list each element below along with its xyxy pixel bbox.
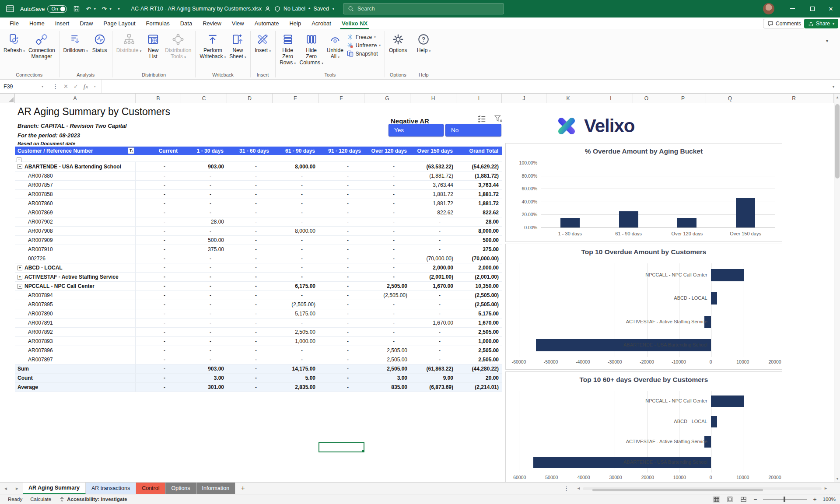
restore-button[interactable]: [803, 0, 822, 18]
accessibility-status[interactable]: Accessibility: Investigate: [59, 497, 127, 502]
zoom-slider-thumb[interactable]: [784, 497, 785, 502]
value-cell[interactable]: -: [227, 282, 273, 290]
sensitivity-shield-icon[interactable]: [274, 6, 280, 12]
ribbon-tab-help[interactable]: Help: [284, 18, 306, 29]
kebab-icon[interactable]: ⋮: [52, 83, 58, 90]
active-cell-F39[interactable]: [318, 442, 364, 452]
table-row[interactable]: −NPCCALL - NPC Call Center---6,175.00-2,…: [15, 282, 502, 291]
horizontal-scroll-thumb[interactable]: [592, 489, 763, 491]
ribbon-tab-review[interactable]: Review: [197, 18, 227, 29]
value-cell[interactable]: (2,001.00): [456, 273, 502, 281]
unhide-all-button[interactable]: UnhideAll ▾: [325, 31, 345, 61]
value-cell[interactable]: -: [273, 208, 318, 217]
value-cell[interactable]: -: [318, 300, 364, 309]
value-cell[interactable]: -: [227, 355, 273, 364]
value-cell[interactable]: -: [227, 181, 273, 189]
value-cell[interactable]: -: [364, 328, 410, 336]
sheet-tab-options[interactable]: Options: [165, 483, 196, 494]
sort-filter-button[interactable]: [128, 147, 134, 154]
value-cell[interactable]: -: [364, 199, 410, 208]
chart--overdue-amount-by-aging-bucket[interactable]: % Overdue Amount by Aging Bucket0.00%20.…: [505, 143, 782, 242]
value-cell[interactable]: 1,881.72: [410, 190, 456, 199]
value-cell[interactable]: -: [181, 300, 227, 309]
value-cell[interactable]: -: [227, 273, 273, 281]
bar-1---30-days[interactable]: [560, 218, 580, 228]
value-cell[interactable]: -: [227, 374, 273, 382]
value-cell[interactable]: -: [410, 346, 456, 355]
zoom-level[interactable]: 100%: [823, 497, 836, 502]
bar-ABCD[interactable]: [711, 292, 718, 304]
table-row[interactable]: AR007897-----2,505.00-2,505.00: [15, 355, 502, 364]
excel-app-icon[interactable]: [6, 5, 14, 13]
value-cell[interactable]: -: [181, 263, 227, 272]
value-cell[interactable]: -: [136, 273, 181, 281]
cancel-entry-button[interactable]: ✕: [63, 83, 68, 90]
value-cell[interactable]: -: [227, 208, 273, 217]
ribbon-tab-draw[interactable]: Draw: [74, 18, 98, 29]
branch-cell[interactable]: Branch: CAPITAL - Revision Two Capital: [18, 122, 127, 129]
refresh-button[interactable]: Refresh ▾: [2, 31, 27, 55]
value-cell[interactable]: -: [136, 181, 181, 189]
value-cell[interactable]: -: [410, 236, 456, 245]
value-cell[interactable]: -: [227, 364, 273, 373]
table-row[interactable]: AR007857------3,763.443,763.44: [15, 181, 502, 190]
value-cell[interactable]: (61,863.22): [410, 364, 456, 373]
table-row[interactable]: AR007909-500.00-----500.00: [15, 236, 502, 245]
bar-NPCCALL[interactable]: [711, 396, 744, 407]
value-cell[interactable]: -: [227, 383, 273, 392]
value-cell[interactable]: -: [318, 355, 364, 364]
value-cell[interactable]: -: [227, 172, 273, 180]
value-cell[interactable]: -: [227, 328, 273, 336]
value-cell[interactable]: 9.00: [410, 374, 456, 382]
value-cell[interactable]: -: [273, 254, 318, 263]
basis-cell[interactable]: Based on Document date: [18, 141, 75, 146]
negative-ar-yes-button[interactable]: Yes: [388, 124, 444, 136]
value-cell[interactable]: -: [364, 254, 410, 263]
value-cell[interactable]: -: [136, 263, 181, 272]
value-cell[interactable]: -: [227, 346, 273, 355]
ribbon-tab-acrobat[interactable]: Acrobat: [306, 18, 336, 29]
value-cell[interactable]: 2,505.00: [456, 355, 502, 364]
value-cell[interactable]: 2,505.00: [273, 328, 318, 336]
value-cell[interactable]: 1,670.00: [410, 318, 456, 327]
value-cell[interactable]: -: [318, 346, 364, 355]
value-cell[interactable]: -: [227, 337, 273, 346]
value-cell[interactable]: -: [410, 245, 456, 254]
value-cell[interactable]: -: [318, 227, 364, 235]
value-cell[interactable]: -: [364, 245, 410, 254]
value-cell[interactable]: -: [273, 199, 318, 208]
customer-cell[interactable]: AR007896: [15, 346, 136, 355]
value-cell[interactable]: 500.00: [181, 236, 227, 245]
value-cell[interactable]: -: [181, 309, 227, 318]
drilldown-button[interactable]: Drilldown ▾: [62, 31, 90, 55]
value-cell[interactable]: -: [227, 309, 273, 318]
value-cell[interactable]: -: [318, 190, 364, 199]
ribbon-tab-automate[interactable]: Automate: [249, 18, 284, 29]
page-layout-view-button[interactable]: [726, 496, 734, 503]
value-cell[interactable]: -: [181, 208, 227, 217]
value-cell[interactable]: (54,629.22): [456, 162, 502, 171]
column-header-K[interactable]: K: [546, 94, 590, 103]
table-row[interactable]: AR007894-----(2,505.00)-(2,505.00): [15, 291, 502, 300]
customer-cell[interactable]: AR007894: [15, 291, 136, 300]
customer-cell[interactable]: AR007909: [15, 236, 136, 245]
value-cell[interactable]: 2,835.00: [273, 383, 318, 392]
sheet-tab-ar-aging-summary[interactable]: AR Aging Summary: [23, 483, 86, 494]
value-cell[interactable]: 28.00: [456, 217, 502, 226]
value-cell[interactable]: -: [364, 236, 410, 245]
value-cell[interactable]: -: [227, 263, 273, 272]
value-cell[interactable]: -: [136, 190, 181, 199]
close-button[interactable]: ✕: [822, 0, 840, 18]
options-button[interactable]: Options: [387, 31, 409, 54]
value-cell[interactable]: -: [181, 318, 227, 327]
value-cell[interactable]: 2,505.00: [364, 364, 410, 373]
value-cell[interactable]: -: [318, 162, 364, 171]
value-cell[interactable]: -: [410, 337, 456, 346]
table-header-col[interactable]: 31 - 60 days: [227, 147, 273, 155]
column-header-Q[interactable]: Q: [706, 94, 754, 103]
value-cell[interactable]: 2,505.00: [364, 282, 410, 290]
value-cell[interactable]: -: [136, 318, 181, 327]
customer-cell[interactable]: AR007869: [15, 208, 136, 217]
value-cell[interactable]: -: [318, 217, 364, 226]
table-row[interactable]: AR007860------1,881.721,881.72: [15, 199, 502, 208]
